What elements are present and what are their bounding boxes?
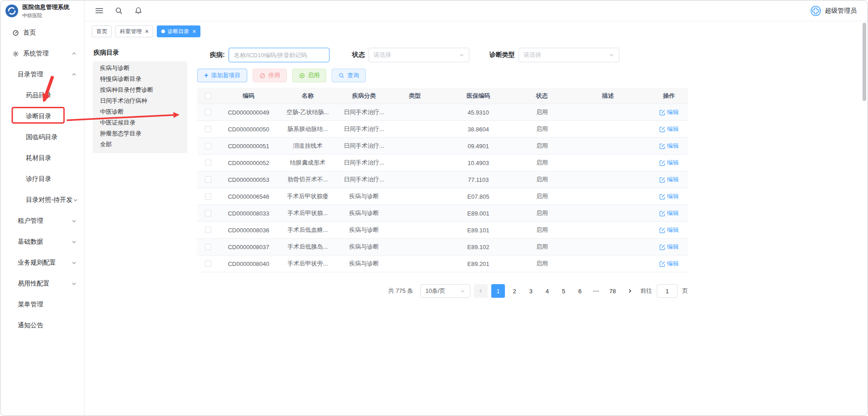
chevron-down-icon: [71, 281, 77, 286]
sidebar-item-label: 目录对照-待开发: [26, 196, 73, 204]
table-row: CD0000000050肠系膜动脉结...日间手术治疗...38.8604启用编…: [197, 121, 688, 138]
disease-category-item[interactable]: 中医证候目录: [93, 117, 187, 128]
sidebar-item[interactable]: 业务规则配置: [0, 252, 84, 273]
table-row: CD0000008036手术后低血糖...疾病与诊断E89.101启用编辑: [197, 222, 688, 239]
edit-icon: [659, 160, 665, 166]
row-checkbox[interactable]: [205, 193, 211, 200]
page-size-select[interactable]: 10条/页: [420, 284, 470, 298]
cell-name: 肋骨切开术不...: [278, 175, 337, 184]
page-button[interactable]: 78: [606, 284, 619, 298]
row-checkbox[interactable]: [205, 160, 211, 166]
row-checkbox[interactable]: [205, 210, 211, 216]
sidebar-item[interactable]: 目录管理: [0, 64, 84, 85]
cell-insurance_code: 10.4903: [439, 160, 518, 166]
cell-category: 疾病与诊断: [337, 192, 391, 200]
goto-page-input[interactable]: [657, 284, 678, 298]
status-select[interactable]: 请选择: [369, 48, 469, 62]
sidebar-item[interactable]: 诊断目录: [0, 106, 84, 127]
diagnosis-type-select[interactable]: 请选择: [519, 48, 619, 62]
sidebar-item[interactable]: 租户管理: [0, 211, 84, 231]
sidebar-item-label: 诊疗目录: [26, 175, 77, 183]
edit-button[interactable]: 编辑: [659, 108, 679, 116]
disease-category-item[interactable]: 中医诊断: [93, 106, 187, 117]
chevron-up-icon: [71, 72, 77, 77]
vertical-scrollbar[interactable]: [861, 21, 867, 415]
query-button[interactable]: 查询: [332, 69, 366, 82]
circle-slash-icon: [259, 73, 265, 79]
edit-icon: [659, 143, 665, 149]
cell-actions: 编辑: [650, 209, 688, 217]
cell-category: 疾病与诊断: [337, 260, 391, 268]
sidebar-item[interactable]: 药品目录: [0, 85, 84, 106]
column-header: 状态: [518, 92, 566, 100]
sidebar-item[interactable]: 首页: [0, 22, 84, 43]
tab[interactable]: 诊断目录×: [157, 25, 200, 37]
page-button[interactable]: 2: [508, 284, 521, 298]
cell-insurance_code: E89.102: [439, 244, 518, 251]
sidebar-item[interactable]: 耗材目录: [0, 148, 84, 169]
tab[interactable]: 科室管理×: [115, 25, 153, 37]
sidebar-item[interactable]: 菜单管理: [0, 294, 84, 315]
prev-page-button[interactable]: [474, 284, 488, 298]
edit-button[interactable]: 编辑: [659, 142, 679, 150]
cell-code: CD0000000050: [219, 126, 278, 133]
row-checkbox[interactable]: [205, 109, 211, 115]
add-item-button[interactable]: +添加新项目: [197, 69, 247, 82]
edit-button[interactable]: 编辑: [659, 159, 679, 167]
edit-button[interactable]: 编辑: [659, 175, 679, 184]
row-checkbox[interactable]: [205, 261, 211, 267]
disease-category-item[interactable]: 特慢病诊断目录: [93, 74, 187, 85]
disease-category-item[interactable]: 全部: [93, 139, 187, 150]
cell-insurance_code: E89.001: [439, 210, 518, 217]
edit-button[interactable]: 编辑: [659, 243, 679, 251]
edit-button[interactable]: 编辑: [659, 192, 679, 200]
enable-button[interactable]: 启用: [292, 69, 326, 82]
sidebar-item[interactable]: 国临码目录: [0, 127, 84, 148]
edit-button[interactable]: 编辑: [659, 226, 679, 234]
notification-bell-icon[interactable]: [135, 7, 142, 15]
sidebar-item[interactable]: 基础数据: [0, 231, 84, 252]
row-checkbox[interactable]: [205, 176, 211, 183]
disease-category-item[interactable]: 日间手术治疗病种: [93, 95, 187, 106]
user-menu[interactable]: 超级管理员: [810, 5, 857, 16]
table-row: CD0000000049空肠-乙状结肠...日间手术治疗...45.9310启用…: [197, 104, 688, 121]
column-header: 编码: [219, 92, 278, 100]
close-tab-icon[interactable]: ×: [145, 28, 149, 35]
sidebar-item[interactable]: 系统管理: [0, 43, 84, 64]
disable-button[interactable]: 停用: [253, 69, 287, 82]
select-all-checkbox[interactable]: [205, 93, 211, 99]
page-button[interactable]: 6: [573, 284, 587, 298]
page-button[interactable]: 4: [540, 284, 554, 298]
hamburger-menu-icon[interactable]: [95, 7, 103, 15]
scrollbar-thumb[interactable]: [863, 23, 866, 101]
edit-button[interactable]: 编辑: [659, 209, 679, 217]
cell-category: 疾病与诊断: [337, 243, 391, 251]
disease-category-item[interactable]: 肿瘤形态学目录: [93, 128, 187, 139]
row-checkbox[interactable]: [205, 126, 211, 132]
sidebar-item[interactable]: 通知公告: [0, 315, 84, 336]
disease-category-item[interactable]: 疾病与诊断: [93, 63, 187, 74]
sidebar-item[interactable]: 易用性配置: [0, 273, 84, 294]
row-checkbox-cell: [197, 160, 219, 166]
sidebar-item[interactable]: 目录对照-待开发: [0, 190, 84, 211]
row-checkbox[interactable]: [205, 143, 211, 149]
row-checkbox[interactable]: [205, 227, 211, 233]
tab[interactable]: 首页: [92, 25, 112, 37]
diagnosis-type-select-value: 请选择: [524, 51, 609, 59]
edit-button[interactable]: 编辑: [659, 260, 679, 268]
page-button[interactable]: 3: [524, 284, 538, 298]
search-icon[interactable]: [115, 7, 123, 15]
page-button[interactable]: 1: [491, 284, 505, 298]
next-page-button[interactable]: [623, 284, 637, 298]
disease-category-item[interactable]: 按病种目录付费诊断: [93, 85, 187, 95]
goto-suffix: 页: [682, 287, 688, 295]
close-tab-icon[interactable]: ×: [192, 28, 196, 35]
cell-status: 启用: [518, 209, 566, 217]
row-checkbox[interactable]: [205, 244, 211, 250]
pagination-more-icon[interactable]: •••: [589, 284, 603, 298]
page-button[interactable]: 5: [557, 284, 570, 298]
disease-search-input[interactable]: [229, 48, 329, 62]
edit-button[interactable]: 编辑: [659, 125, 679, 133]
sidebar-item[interactable]: 诊疗目录: [0, 169, 84, 190]
plus-icon: +: [204, 72, 208, 79]
